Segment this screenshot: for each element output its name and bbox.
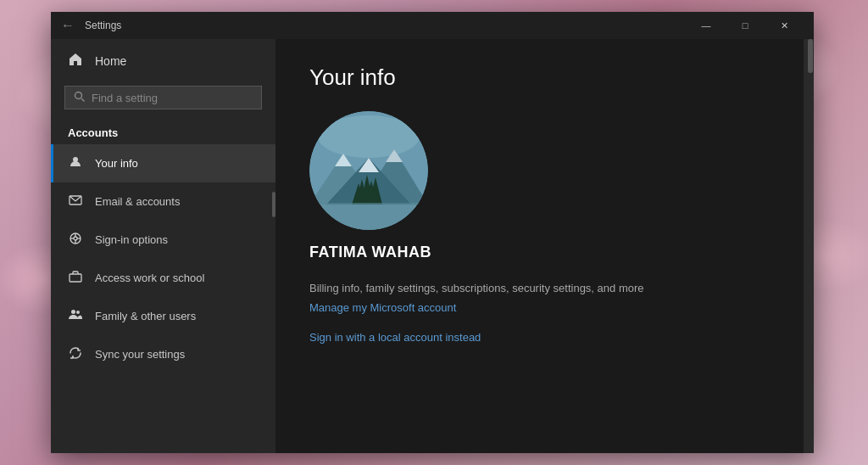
scrollbar-thumb[interactable] bbox=[808, 39, 813, 73]
close-button[interactable]: ✕ bbox=[765, 12, 804, 39]
access-work-label: Access work or school bbox=[95, 272, 204, 284]
search-icon bbox=[74, 91, 85, 104]
window-controls: — □ ✕ bbox=[687, 12, 804, 39]
svg-point-12 bbox=[76, 311, 80, 314]
maximize-button[interactable]: □ bbox=[726, 12, 765, 39]
sidebar-item-home[interactable]: Home bbox=[51, 39, 275, 82]
person-icon bbox=[68, 155, 83, 171]
svg-rect-10 bbox=[70, 274, 81, 282]
billing-info-text: Billing info, family settings, subscript… bbox=[309, 282, 780, 294]
svg-line-1 bbox=[81, 98, 85, 102]
avatar bbox=[309, 111, 428, 230]
manage-microsoft-account-link[interactable]: Manage my Microsoft account bbox=[309, 301, 780, 314]
page-title: Your info bbox=[309, 64, 780, 91]
svg-point-16 bbox=[318, 115, 420, 158]
sidebar-item-access-work[interactable]: Access work or school bbox=[51, 259, 275, 297]
window-title: Settings bbox=[85, 20, 687, 31]
minimize-button[interactable]: — bbox=[687, 12, 726, 39]
sync-label: Sync your settings bbox=[95, 348, 185, 361]
main-panel: Your info bbox=[275, 39, 814, 453]
signin-icon bbox=[68, 232, 83, 248]
content-area: Home Accounts bbox=[51, 39, 814, 453]
back-button[interactable]: ← bbox=[61, 18, 75, 33]
home-icon bbox=[68, 53, 83, 69]
email-accounts-label: Email & accounts bbox=[95, 195, 180, 208]
sidebar-item-your-info[interactable]: Your info bbox=[51, 144, 275, 182]
briefcase-icon bbox=[68, 270, 83, 286]
sign-in-label: Sign-in options bbox=[95, 233, 168, 246]
user-name: FATIMA WAHAB bbox=[309, 244, 780, 261]
local-account-link[interactable]: Sign in with a local account instead bbox=[309, 331, 780, 344]
sidebar-item-email-accounts[interactable]: Email & accounts bbox=[51, 182, 275, 221]
family-icon bbox=[68, 308, 83, 324]
sidebar: Home Accounts bbox=[51, 39, 275, 453]
main-scrollbar[interactable] bbox=[804, 39, 814, 453]
your-info-label: Your info bbox=[95, 157, 138, 170]
sidebar-item-sync[interactable]: Sync your settings bbox=[51, 335, 275, 373]
search-box[interactable] bbox=[64, 86, 262, 109]
sidebar-item-sign-in[interactable]: Sign-in options bbox=[51, 221, 275, 259]
svg-point-5 bbox=[74, 237, 77, 240]
family-label: Family & other users bbox=[95, 310, 196, 322]
accounts-section-label: Accounts bbox=[51, 120, 275, 144]
title-bar: ← Settings — □ ✕ bbox=[51, 12, 814, 39]
svg-point-11 bbox=[71, 310, 75, 314]
sidebar-item-family[interactable]: Family & other users bbox=[51, 297, 275, 335]
home-label: Home bbox=[95, 54, 126, 68]
sync-icon bbox=[68, 346, 83, 362]
email-icon bbox=[68, 193, 83, 210]
search-input[interactable] bbox=[92, 92, 253, 104]
settings-window: ← Settings — □ ✕ Home bbox=[51, 12, 814, 453]
svg-rect-28 bbox=[309, 203, 428, 230]
svg-point-0 bbox=[75, 92, 82, 99]
